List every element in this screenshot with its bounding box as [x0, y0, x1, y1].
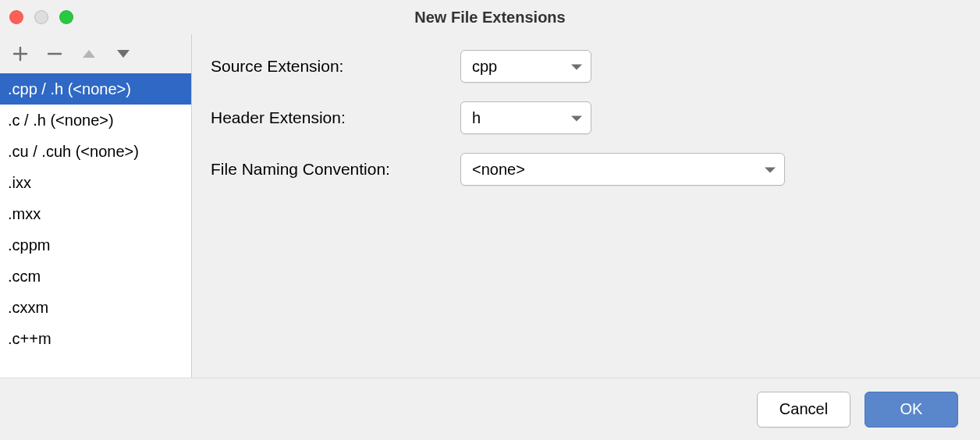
chevron-down-icon	[570, 58, 583, 76]
minus-icon	[47, 46, 62, 62]
chevron-down-icon	[764, 161, 776, 179]
list-item[interactable]: .cppm	[0, 229, 191, 261]
cancel-button[interactable]: Cancel	[757, 392, 850, 428]
naming-convention-label: File Naming Convention:	[211, 160, 460, 179]
list-item-label: .cxxm	[8, 299, 48, 316]
plus-icon	[12, 46, 28, 62]
sidebar-toolbar	[0, 34, 191, 73]
list-item-label: .c / .h (<none>)	[8, 112, 114, 129]
list-item[interactable]: .cxxm	[0, 292, 191, 323]
list-item[interactable]: .c++m	[0, 323, 191, 354]
cancel-button-label: Cancel	[779, 400, 828, 418]
move-up-button[interactable]	[80, 44, 98, 63]
move-down-button[interactable]	[114, 44, 133, 63]
remove-button[interactable]	[45, 44, 64, 63]
zoom-window-button[interactable]	[59, 10, 73, 24]
extension-list[interactable]: .cpp / .h (<none>).c / .h (<none>).cu / …	[0, 73, 191, 378]
source-extension-row: Source Extension: cpp	[211, 50, 961, 83]
header-extension-label: Header Extension:	[211, 108, 460, 127]
list-item[interactable]: .ixx	[0, 167, 191, 198]
minimize-window-button[interactable]	[34, 10, 48, 24]
titlebar: New File Extensions	[0, 0, 980, 34]
header-extension-combo[interactable]: h	[460, 101, 591, 134]
body: .cpp / .h (<none>).c / .h (<none>).cu / …	[0, 34, 980, 378]
add-button[interactable]	[11, 44, 30, 63]
list-item[interactable]: .cpp / .h (<none>)	[0, 73, 191, 105]
sidebar: .cpp / .h (<none>).c / .h (<none>).cu / …	[0, 34, 192, 378]
list-item[interactable]: .mxx	[0, 198, 191, 229]
list-item-label: .c++m	[8, 330, 51, 347]
list-item[interactable]: .c / .h (<none>)	[0, 105, 191, 136]
triangle-up-icon	[81, 48, 97, 59]
list-item[interactable]: .ccm	[0, 261, 191, 292]
traffic-lights	[9, 10, 73, 24]
header-extension-value: h	[472, 109, 481, 127]
ok-button-label: OK	[900, 400, 923, 418]
window: New File Extensions	[0, 0, 980, 440]
list-item-label: .mxx	[8, 205, 41, 222]
footer: Cancel OK	[0, 378, 980, 440]
close-window-button[interactable]	[9, 10, 23, 24]
naming-convention-row: File Naming Convention: <none>	[211, 153, 961, 186]
source-extension-label: Source Extension:	[211, 57, 460, 76]
main-panel: Source Extension: cpp Header Extension: …	[192, 34, 980, 378]
source-extension-combo[interactable]: cpp	[460, 50, 591, 83]
source-extension-value: cpp	[472, 58, 497, 76]
list-item-label: .ixx	[8, 174, 31, 191]
naming-convention-combo[interactable]: <none>	[460, 153, 785, 186]
header-extension-row: Header Extension: h	[211, 101, 961, 134]
list-item-label: .cu / .cuh (<none>)	[8, 143, 139, 160]
window-title: New File Extensions	[0, 9, 980, 27]
list-item[interactable]: .cu / .cuh (<none>)	[0, 136, 191, 167]
ok-button[interactable]: OK	[865, 392, 958, 428]
triangle-down-icon	[115, 48, 131, 59]
list-item-label: .ccm	[8, 268, 41, 285]
list-item-label: .cpp / .h (<none>)	[8, 80, 131, 98]
list-item-label: .cppm	[8, 236, 50, 254]
naming-convention-value: <none>	[472, 161, 525, 179]
chevron-down-icon	[570, 109, 583, 127]
